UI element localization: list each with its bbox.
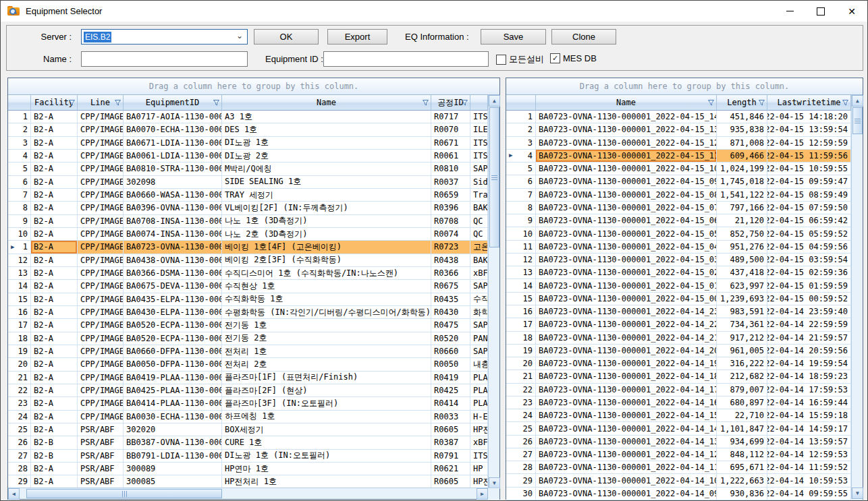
cell-name[interactable]: BA0723-OVNA-1130-000001_2022-04-15_08.Lo…: [536, 189, 717, 201]
cell-line[interactable]: CPP/IMAGE: [78, 267, 124, 279]
cell-extra[interactable]: BAKI: [470, 202, 488, 214]
cell-extra[interactable]: QC G: [470, 215, 488, 227]
cell-extra[interactable]: SAP현: [470, 280, 488, 292]
cell-process-id[interactable]: R0671: [431, 137, 470, 149]
cell-process-id[interactable]: R0435: [431, 293, 470, 305]
cell-lastwritetime[interactable]: 2022-04-15 12:59:59: [767, 137, 851, 149]
cell-process-id[interactable]: R0810: [431, 163, 470, 175]
cell-name[interactable]: 하프에칭 1호: [222, 411, 431, 423]
minimize-button[interactable]: [774, 1, 805, 22]
cell-name[interactable]: 수직현상 1호: [222, 280, 431, 292]
cell-lastwritetime[interactable]: 2022-04-14 22:59:59: [767, 318, 851, 330]
cell-lastwritetime[interactable]: 2022-04-15 04:59:56: [767, 241, 851, 253]
table-row[interactable]: 5BA0723-OVNA-1130-000001_2022-04-15_10.L…: [506, 163, 863, 175]
cell-line[interactable]: CPP/IMAGE: [78, 384, 124, 396]
cell-lastwritetime[interactable]: 2022-04-15 00:59:52: [767, 293, 851, 305]
cell-equipment-id[interactable]: BA0723-OVNA-1130-000001: [124, 241, 222, 253]
cell-lastwritetime[interactable]: 2022-04-15 08:59:49: [767, 189, 851, 201]
cell-name[interactable]: 플라즈마[2F] (현상): [222, 384, 431, 396]
cell-line[interactable]: CPP/IMAGE: [78, 228, 124, 240]
cell-name[interactable]: BA0723-OVNA-1130-000001_2022-04-15_14.Lo…: [536, 111, 717, 123]
cell-lastwritetime[interactable]: 2022-04-14 17:59:53: [767, 384, 851, 396]
cell-name[interactable]: BA0723-OVNA-1130-000001_2022-04-15_13.Lo…: [536, 123, 717, 136]
cell-lastwritetime[interactable]: 2022-04-15 05:59:52: [767, 227, 851, 239]
cell-length[interactable]: 623,997: [717, 279, 767, 291]
cell-extra[interactable]: 화학: [470, 306, 488, 318]
cell-lastwritetime[interactable]: 2022-04-15 02:59:36: [767, 266, 851, 278]
table-row[interactable]: 29B2-APSR/ABF300085HP전처리 1호R0605HP전: [8, 475, 499, 488]
cell-facility[interactable]: B2-A: [31, 189, 78, 201]
cell-name[interactable]: HP전처리 1호: [222, 475, 431, 488]
cell-process-id[interactable]: R0037: [431, 176, 470, 188]
column-header-process-id[interactable]: 공정ID: [431, 95, 470, 111]
cell-process-id[interactable]: R0074: [431, 228, 470, 240]
table-row[interactable]: 9B2-ACPP/IMAGEBA0708-INSA-1130-000001나노 …: [8, 215, 499, 228]
cell-length[interactable]: 1,101,847: [717, 422, 767, 434]
cell-name[interactable]: 수직화학동 1호: [222, 293, 431, 305]
cell-name[interactable]: BA0723-OVNA-1130-000001_2022-04-14_18.Lo…: [536, 370, 717, 382]
cell-process-id[interactable]: R0708: [431, 215, 470, 227]
cell-process-id[interactable]: R0659: [431, 189, 470, 201]
cell-process-id[interactable]: R0438: [431, 254, 470, 266]
cell-line[interactable]: PSR/ABF: [78, 436, 124, 448]
table-row[interactable]: 11BA0723-OVNA-1130-000001_2022-04-15_04.…: [506, 241, 863, 254]
cell-name[interactable]: HP연마 1호: [222, 463, 431, 475]
cell-equipment-id[interactable]: BA0414-PLAA-1130-000001: [124, 397, 222, 409]
cell-lastwritetime[interactable]: 2022-04-14 19:59:54: [767, 357, 851, 370]
cell-extra[interactable]: PLAS: [470, 384, 488, 396]
cell-equipment-id[interactable]: BA0366-DSMA-1130-000001: [124, 267, 222, 279]
cell-length[interactable]: 935,838: [717, 123, 767, 136]
cell-lastwritetime[interactable]: 2022-04-14 13:59:57: [767, 436, 851, 448]
cell-name[interactable]: BA0723-OVNA-1130-000001_2022-04-15_04.Lo…: [536, 241, 717, 253]
table-row[interactable]: 24B2-ACPP/IMAGEBA0030-ECHA-1130-000001하프…: [8, 411, 499, 423]
table-row[interactable]: 29BA0723-OVNA-1130-000001_2022-04-14_10.…: [506, 474, 863, 487]
cell-process-id[interactable]: R0419: [431, 372, 470, 384]
equipment-grid-horizontal-scrollbar[interactable]: ◀ ▶: [8, 488, 499, 499]
cell-name[interactable]: BA0723-OVNA-1130-000001_2022-04-14_19.Lo…: [536, 357, 717, 370]
cell-line[interactable]: CPP/IMAGE: [78, 123, 124, 136]
cell-name[interactable]: BA0723-OVNA-1130-000001_2022-04-14_21.Lo…: [536, 332, 717, 344]
table-row[interactable]: 22B2-ACPP/IMAGEBA0425-PLAA-1130-000001플라…: [8, 384, 499, 397]
cell-length[interactable]: 797,166: [717, 202, 767, 214]
cell-name[interactable]: BA0723-OVNA-1130-000001_2022-04-14_15.Lo…: [536, 409, 717, 421]
cell-facility[interactable]: B2-A: [31, 358, 78, 370]
cell-process-id[interactable]: R0791: [431, 450, 470, 462]
cell-lastwritetime[interactable]: 2022-04-14 18:59:23: [767, 370, 851, 382]
table-row[interactable]: 16BA0723-OVNA-1130-000001_2022-04-14_23.…: [506, 305, 863, 318]
cell-length[interactable]: 1,745,018: [717, 175, 767, 187]
table-row[interactable]: 27BA0723-OVNA-1130-000001_2022-04-14_12.…: [506, 448, 863, 461]
cell-extra[interactable]: HP전: [470, 423, 488, 436]
cell-length[interactable]: 212,682: [717, 370, 767, 382]
cell-length[interactable]: 21,120: [717, 214, 767, 227]
cell-name[interactable]: A3 1호: [222, 111, 431, 123]
cell-lastwritetime[interactable]: 2022-04-15 06:59:42: [767, 214, 851, 227]
cell-lastwritetime[interactable]: 2022-04-15 07:59:50: [767, 202, 851, 214]
cell-facility[interactable]: B2-A: [31, 475, 78, 488]
table-row[interactable]: 26B2-BPSR/ABFBB0387-OVNA-1130-000001CURE…: [8, 436, 499, 449]
cell-extra[interactable]: SAP정: [470, 345, 488, 357]
cell-length[interactable]: 437,418: [717, 266, 767, 278]
cell-equipment-id[interactable]: BA0430-ELPA-1130-000001: [124, 306, 222, 318]
table-row[interactable]: 9BA0723-OVNA-1130-000001_2022-04-15_06.L…: [506, 214, 863, 227]
table-row[interactable]: 15BA0723-OVNA-1130-000001_2022-04-15_00.…: [506, 293, 863, 305]
cell-process-id[interactable]: R0414: [431, 397, 470, 409]
cell-equipment-id[interactable]: BA0717-AOIA-1130-000001: [124, 111, 222, 123]
cell-name[interactable]: DES 1호: [222, 123, 431, 136]
cell-length[interactable]: 917,212: [717, 332, 767, 344]
table-row[interactable]: 26BA0723-OVNA-1130-000001_2022-04-14_13.…: [506, 436, 863, 448]
group-by-band[interactable]: Drag a column here to group by this colu…: [506, 78, 863, 95]
filter-icon[interactable]: [708, 100, 714, 106]
cell-extra[interactable]: HP전: [470, 475, 488, 488]
filter-icon[interactable]: [759, 100, 765, 106]
cell-line[interactable]: CPP/IMAGE: [78, 189, 124, 201]
cell-name[interactable]: BA0723-OVNA-1130-000001_2022-04-14_11.Lo…: [536, 461, 717, 473]
cell-name[interactable]: BA0723-OVNA-1130-000001_2022-04-15_12.Lo…: [536, 137, 717, 149]
cell-lastwritetime[interactable]: 2022-04-14 15:59:18: [767, 409, 851, 421]
save-button[interactable]: Save: [481, 29, 546, 45]
cell-extra[interactable]: Tray: [470, 189, 488, 201]
cell-lastwritetime[interactable]: 2022-04-15 14:18:20: [767, 111, 851, 123]
cell-extra[interactable]: xBF: [470, 436, 488, 448]
cell-process-id[interactable]: R0396: [431, 202, 470, 214]
cell-equipment-id[interactable]: BA0061-LDIA-1130-000001: [124, 150, 222, 162]
cell-extra[interactable]: SAP: [470, 319, 488, 331]
